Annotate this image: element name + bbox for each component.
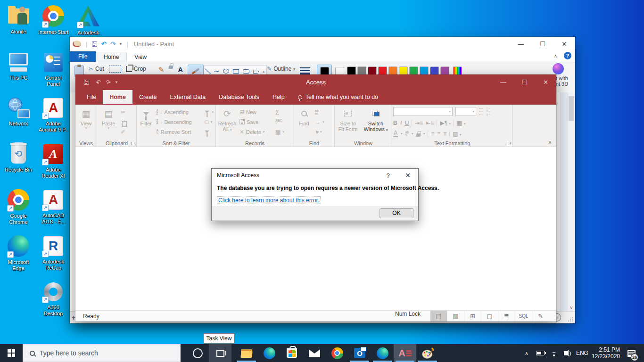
access-tab-external-data[interactable]: External Data <box>163 90 212 104</box>
redo-icon[interactable]: ↷ <box>110 40 116 48</box>
underline-button[interactable]: U <box>405 120 409 126</box>
outline-button[interactable]: ✎ Outline ▾ <box>267 66 295 72</box>
save-icon[interactable] <box>92 41 97 47</box>
paint-titlebar[interactable]: | ↶ ↷ ▾ | Untitled - Paint — ☐ ✕ <box>70 37 575 51</box>
access-tab-home[interactable]: Home <box>103 90 132 104</box>
taskbar-outlook[interactable]: O <box>348 344 371 362</box>
refresh-all-button[interactable]: ⟳ RefreshAll ▾ <box>217 107 238 139</box>
bullets-icon[interactable]: •—•—•— <box>479 107 483 116</box>
sql-view-button[interactable]: SQL <box>515 311 532 321</box>
undo-icon[interactable]: ↶ <box>101 40 107 48</box>
bold-button[interactable]: B <box>393 120 397 126</box>
dialog-help-button[interactable]: ? <box>379 172 397 179</box>
scrollbar-thumb[interactable] <box>569 96 574 121</box>
font-size-combobox[interactable]: ▾ <box>455 107 476 116</box>
desktop-icon-a360[interactable]: ↗ A360 Desktop <box>38 280 69 317</box>
desktop-icon-adobe-reader[interactable]: A↗ Adobe Reader XI <box>38 143 69 179</box>
copy-button[interactable] <box>121 118 125 126</box>
clipboard-dialog-launcher-icon[interactable] <box>132 142 135 145</box>
layout-view-button[interactable]: ▢ <box>481 311 498 321</box>
paint-tab-home[interactable]: Home <box>96 52 127 62</box>
increase-indent-icon[interactable]: ⇥≡ <box>415 120 423 126</box>
align-right-icon[interactable]: ≡ <box>443 131 446 137</box>
goto-button[interactable]: →▾ <box>315 118 333 126</box>
cortana-button[interactable] <box>186 344 209 362</box>
switch-windows-button[interactable]: SwitchWindows ▾ <box>362 107 389 139</box>
access-tab-file[interactable]: File <box>80 90 103 104</box>
align-left-icon[interactable]: ≡ <box>431 131 434 137</box>
desktop-icon-acrobat[interactable]: A↗ Adobe Acrobat 9 P.. <box>38 97 69 133</box>
save-record-button[interactable]: Save <box>239 118 273 126</box>
resize-grip[interactable] <box>568 316 573 322</box>
italic-button[interactable]: I <box>400 119 402 126</box>
action-center-button[interactable]: 26 <box>623 344 639 362</box>
desktop-icon-autodesk[interactable]: ↗ Autodesk <box>73 5 104 36</box>
size-to-fit-form-button[interactable]: Size toFit Form <box>336 107 360 139</box>
desktop-icon-this-pc[interactable]: This PC <box>3 51 34 81</box>
view-button[interactable]: ▦ View ▾ <box>76 107 96 139</box>
totals-button[interactable]: Σ <box>275 108 291 116</box>
form-view-button[interactable]: ▤ <box>430 311 447 321</box>
highlight-color-icon[interactable]: ab✎ <box>405 131 409 137</box>
numbering-icon[interactable]: 1—2—3— <box>486 107 491 116</box>
replace-button[interactable]: abac <box>315 108 333 116</box>
filter-button[interactable]: Filter <box>138 107 154 139</box>
language-indicator[interactable]: ENG <box>576 344 588 362</box>
descending-button[interactable]: ZA↓ Descending <box>156 118 202 126</box>
taskbar-search-input[interactable]: Type here to search <box>23 344 181 362</box>
selection-tool[interactable] <box>109 66 121 73</box>
new-record-button[interactable]: ⊞New <box>239 108 273 116</box>
ascending-button[interactable]: AZ↓ Ascending <box>156 108 202 116</box>
datasheet-view-button[interactable]: ▦ <box>447 311 464 321</box>
toggle-filter-button[interactable] <box>204 128 215 136</box>
select-button[interactable]: ▶▾ <box>315 128 333 136</box>
text-formatting-dialog-launcher-icon[interactable] <box>508 142 511 145</box>
text-tool[interactable]: A <box>178 66 183 74</box>
crop-button[interactable]: Crop <box>126 66 146 72</box>
desktop-icon-internet-start[interactable]: ↗ Internet-Start <box>38 5 69 35</box>
taskbar-store[interactable] <box>281 344 303 362</box>
paste-button[interactable]: ▤ Paste ▾ <box>98 107 119 139</box>
wifi-icon[interactable] <box>549 344 559 362</box>
paint-tab-view[interactable]: View <box>127 52 154 62</box>
more-records-button[interactable]: ▦▾ <box>275 128 291 136</box>
cut-button[interactable]: ✂Cut <box>89 66 104 72</box>
align-center-icon[interactable]: ≡ <box>437 131 440 137</box>
maximize-button[interactable]: ☐ <box>532 37 553 51</box>
dialog-error-link[interactable]: Click here to learn more about this erro… <box>217 197 321 204</box>
volume-icon[interactable] <box>562 344 573 362</box>
find-button[interactable]: Find <box>295 107 313 139</box>
desktop-icon-control-panel[interactable]: Control Panel <box>38 51 69 87</box>
desktop-icon-recap[interactable]: R↗ Autodesk ReCap <box>38 235 69 271</box>
new-object-view-button[interactable]: ⊞ <box>464 311 481 321</box>
customize-qat-icon[interactable]: ▾ <box>120 41 122 46</box>
stacked-view-button[interactable]: ≣ <box>498 311 515 321</box>
taskbar-paint[interactable] <box>416 344 439 362</box>
spelling-button[interactable]: ABC✓ <box>275 118 291 126</box>
close-button[interactable]: ✕ <box>553 37 575 51</box>
format-painter-button[interactable]: ✐ <box>121 128 125 136</box>
gridlines-icon[interactable]: ▦ ▾ <box>457 120 465 126</box>
remove-sort-button[interactable]: A✎ Remove Sort <box>156 128 202 136</box>
design-view-button[interactable]: ✎ <box>532 311 549 321</box>
rectangle-shape-icon[interactable] <box>233 69 239 74</box>
desktop-icon-network[interactable]: Network <box>3 97 34 127</box>
battery-icon[interactable] <box>535 344 545 362</box>
filter-options-button[interactable]: ▢▾ <box>204 118 215 126</box>
cut-button[interactable]: ✂ <box>121 108 125 116</box>
shapes-scroll-icon[interactable]: ▴ <box>263 69 264 74</box>
minimize-button[interactable]: — <box>510 37 532 51</box>
collapse-ribbon-icon[interactable]: ∧ <box>554 53 557 58</box>
desktop-icon-google-chrome[interactable]: ↗ Google Chrome <box>3 189 34 225</box>
polygon-shape-icon[interactable] <box>253 69 259 74</box>
taskbar-mail[interactable] <box>303 344 326 362</box>
scroll-down-icon[interactable]: ∨ <box>568 305 575 310</box>
maximize-button[interactable]: ☐ <box>514 74 535 90</box>
fill-tool[interactable] <box>169 66 173 69</box>
taskbar-edge-2[interactable] <box>371 344 394 362</box>
clock[interactable]: 2:51 PM 12/23/2020 <box>592 346 620 360</box>
ok-button[interactable]: OK <box>380 208 413 218</box>
minimize-button[interactable]: — <box>493 74 514 90</box>
desktop-icon-recycle-bin[interactable]: ⟲ Recycle Bin <box>3 143 34 173</box>
decrease-indent-icon[interactable]: ⇤≡ <box>426 120 434 126</box>
